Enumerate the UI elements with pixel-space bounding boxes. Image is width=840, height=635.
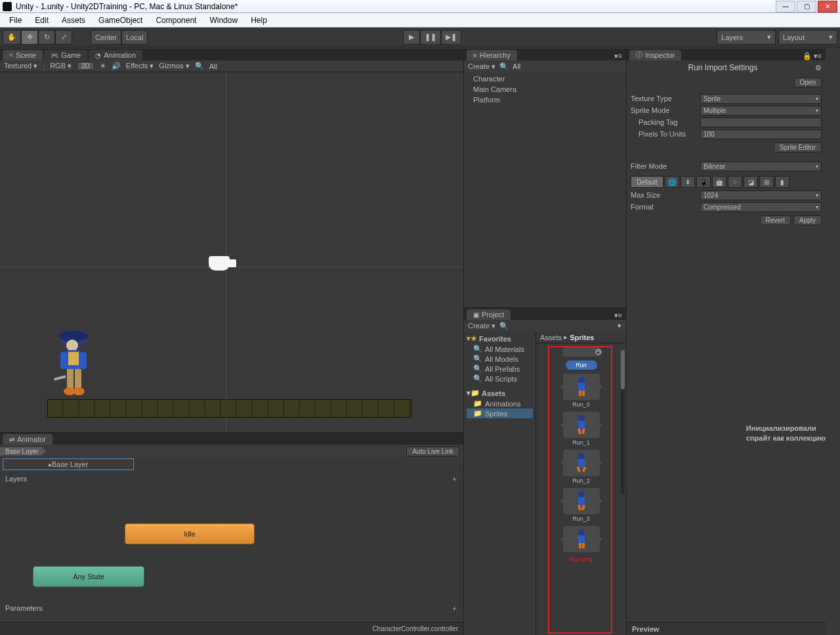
menu-gameobject[interactable]: GameObject	[92, 16, 149, 25]
folder-item[interactable]: 📁 Animations	[467, 399, 533, 408]
fav-item[interactable]: 🔍All Materials	[467, 344, 533, 354]
menu-help[interactable]: Help	[244, 16, 274, 25]
light-icon[interactable]: ☀	[100, 62, 106, 70]
gizmos-dropdown[interactable]: Gizmos ▾	[159, 62, 189, 70]
scene-search[interactable]: All	[209, 62, 217, 70]
fav-item[interactable]: 🔍All Prefabs	[467, 364, 533, 374]
breadcrumb-current[interactable]: Sprites	[570, 334, 594, 341]
svg-rect-19	[581, 428, 585, 434]
animator-breadcrumb[interactable]: Base Layer	[0, 447, 47, 456]
add-layer-button[interactable]: ＋	[451, 474, 458, 484]
menu-component[interactable]: Component	[149, 16, 203, 25]
pixels-to-units-input[interactable]: 100	[700, 129, 822, 139]
layout-dropdown[interactable]: Layout▾	[778, 30, 837, 45]
platform-bb-icon[interactable]: ⁘	[728, 176, 742, 188]
hierarchy-search[interactable]: All	[513, 62, 520, 70]
play-button[interactable]: ▶	[403, 30, 420, 45]
texture-type-dropdown[interactable]: Sprite	[700, 94, 822, 104]
layers-dropdown[interactable]: Layers▾	[717, 30, 776, 45]
sprite-sheet-item[interactable]: ▸	[563, 347, 600, 357]
space-toggle[interactable]: Local	[121, 30, 148, 45]
max-size-dropdown[interactable]: 1024	[700, 190, 822, 200]
svg-rect-27	[581, 504, 585, 510]
auto-live-link-button[interactable]: Auto Live Link	[406, 447, 459, 456]
hierarchy-item[interactable]: Main Camera	[473, 85, 617, 96]
open-button[interactable]: Open	[794, 77, 822, 87]
maximize-button[interactable]: ▢	[797, 1, 816, 12]
base-layer-field[interactable]: ▸ Base Layer	[3, 458, 134, 470]
platform-standalone-icon[interactable]: ⬇	[681, 176, 695, 188]
menu-window[interactable]: Window	[203, 16, 244, 25]
pause-button[interactable]: ❚❚	[420, 30, 441, 45]
preview-panel-header[interactable]: Preview	[627, 622, 826, 635]
shading-dropdown[interactable]: Textured ▾	[4, 62, 37, 70]
apply-button[interactable]: Apply	[793, 215, 822, 225]
platform-win-icon[interactable]: ⊞	[759, 176, 774, 188]
hierarchy-menu-icon[interactable]: ▾≡	[610, 52, 626, 60]
menu-assets[interactable]: Assets	[55, 16, 92, 25]
step-button[interactable]: ▶❚	[441, 30, 461, 45]
revert-button[interactable]: Revert	[760, 215, 791, 225]
scene-view[interactable]	[0, 72, 463, 432]
character-sprite[interactable]	[54, 327, 93, 399]
audio-icon[interactable]: 🔊	[112, 62, 121, 70]
platform-web-icon[interactable]: 🌐	[665, 176, 679, 188]
project-menu-icon[interactable]: ▾≡	[610, 311, 626, 320]
fav-item[interactable]: 🔍All Models	[467, 354, 533, 364]
scale-tool-button[interactable]: ⤢	[55, 30, 72, 45]
project-create-dropdown[interactable]: Create ▾	[468, 322, 495, 330]
platform-flash-icon[interactable]: ◪	[744, 176, 758, 188]
close-button[interactable]: ✕	[818, 1, 837, 12]
hierarchy-item[interactable]: Platform	[473, 96, 617, 106]
platform-android-icon[interactable]: 🤖	[712, 176, 726, 188]
state-any[interactable]: Any State	[33, 566, 144, 587]
filter-icon[interactable]: ✦	[616, 322, 622, 330]
hierarchy-create-dropdown[interactable]: Create ▾	[468, 62, 495, 71]
hierarchy-item[interactable]: Character	[473, 75, 617, 85]
sprite-item[interactable]	[563, 526, 600, 552]
project-grid: ▸ Run Run_0 Run_1 Run_2	[536, 343, 626, 635]
platform-ios-icon[interactable]: 📱	[696, 176, 711, 188]
platform-sprite[interactable]	[47, 399, 411, 418]
gear-icon[interactable]: ⚙	[815, 64, 822, 72]
sprite-editor-button[interactable]: Sprite Editor	[774, 142, 822, 152]
platform-default[interactable]: Default	[631, 176, 663, 188]
move-tool-button[interactable]: ✥	[21, 30, 38, 45]
folder-item-selected[interactable]: 📁 Sprites	[467, 408, 533, 418]
platform-wp8-icon[interactable]: ▮	[775, 176, 789, 188]
rendermode-dropdown[interactable]: RGB ▾	[50, 62, 72, 70]
breadcrumb-root[interactable]: Assets	[540, 334, 562, 341]
filter-mode-dropdown[interactable]: Bilinear	[700, 162, 822, 171]
fav-item[interactable]: 🔍All Scripts	[467, 374, 533, 383]
effects-dropdown[interactable]: Effects ▾	[126, 62, 154, 70]
state-idle[interactable]: Idle	[125, 523, 255, 544]
hierarchy-list: Character Main Camera Platform	[464, 72, 626, 109]
svg-point-16	[578, 415, 585, 422]
menu-file[interactable]: File	[3, 16, 28, 25]
animator-graph[interactable]: Idle Any State Parameters ＋ CharacterCon…	[0, 487, 463, 635]
camera-gizmo-icon	[209, 256, 238, 277]
tab-inspector[interactable]: ⓘ Inspector	[629, 50, 681, 60]
pivot-toggle[interactable]: Center	[91, 30, 121, 45]
hand-tool-button[interactable]: ✋	[3, 30, 21, 45]
annotation-text: Инициализировали спрайт как коллекцию	[746, 424, 826, 444]
svg-point-28	[578, 529, 585, 536]
format-dropdown[interactable]: Compressed	[700, 202, 822, 212]
add-parameter-button[interactable]: ＋	[451, 603, 458, 613]
assets-header[interactable]: ▾📁 Assets	[467, 389, 533, 397]
tab-project[interactable]: ▣ Project	[467, 309, 511, 320]
favorites-header[interactable]: ▾★ Favorites	[467, 334, 533, 343]
tab-scene[interactable]: ⌗ Scene	[3, 50, 43, 60]
sprite-mode-dropdown[interactable]: Multiple	[700, 106, 822, 116]
inspector-lock-icon[interactable]: 🔒 ▾≡	[799, 52, 826, 60]
tab-animator[interactable]: ⇄ Animator	[3, 434, 52, 445]
tab-animation[interactable]: ◔ Animation	[89, 50, 142, 60]
thumbnail-size-slider[interactable]	[621, 350, 625, 494]
tab-game[interactable]: 🎮 Game	[44, 50, 87, 60]
menu-edit[interactable]: Edit	[28, 16, 55, 25]
minimize-button[interactable]: —	[776, 1, 795, 12]
rotate-tool-button[interactable]: ↻	[38, 30, 55, 45]
tab-hierarchy[interactable]: ≡ Hierarchy	[467, 50, 517, 60]
2d-toggle[interactable]: 2D	[77, 62, 94, 70]
packing-tag-input[interactable]	[700, 118, 822, 127]
